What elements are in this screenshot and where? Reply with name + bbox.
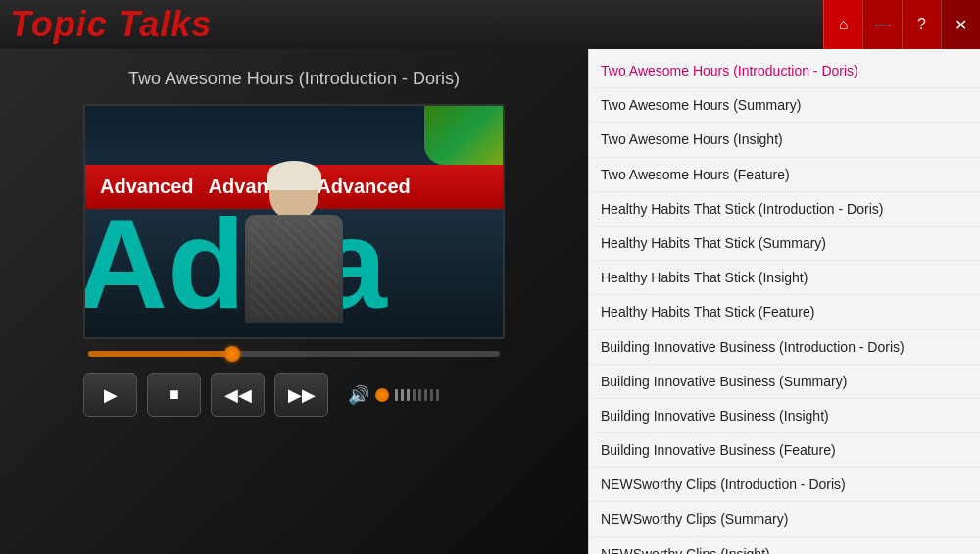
scrub-bar-track[interactable]: [88, 351, 500, 357]
window-controls: ⌂ — ? ✕: [823, 0, 980, 49]
help-icon: ?: [917, 16, 926, 33]
playlist-item[interactable]: Two Awesome Hours (Feature): [589, 158, 980, 192]
minimize-button[interactable]: —: [862, 0, 902, 49]
app-title: Topic Talks: [10, 4, 212, 45]
help-button[interactable]: ?: [902, 0, 941, 49]
volume-icon[interactable]: 🔊: [348, 384, 369, 406]
playlist-scroll[interactable]: Two Awesome Hours (Introduction - Doris)…: [589, 49, 980, 554]
scrub-bar-fill: [88, 351, 232, 357]
playlist-item[interactable]: Healthy Habits That Stick (Summary): [589, 227, 980, 261]
playlist-item[interactable]: NEWSworthy Clips (Summary): [589, 502, 980, 536]
person-pattern: [250, 220, 338, 318]
right-panel: Two Awesome Hours (Introduction - Doris)…: [588, 49, 980, 554]
playlist-item[interactable]: Building Innovative Business (Feature): [589, 433, 980, 468]
playlist-item[interactable]: NEWSworthy Clips (Insight): [589, 537, 980, 554]
scrub-handle[interactable]: [224, 346, 240, 362]
top-bar: Topic Talks ⌂ — ? ✕: [0, 0, 980, 49]
home-button[interactable]: ⌂: [823, 0, 862, 49]
home-icon: ⌂: [839, 16, 849, 33]
vol-tick-8: [436, 389, 439, 401]
volume-track: [395, 389, 439, 401]
volume-knob[interactable]: [375, 388, 389, 402]
video-title: Two Awesome Hours (Introduction - Doris): [128, 69, 460, 89]
playlist-item[interactable]: Building Innovative Business (Summary): [589, 365, 980, 399]
person-hair: [267, 161, 321, 190]
playlist-item[interactable]: Building Innovative Business (Insight): [589, 399, 980, 433]
video-green-decoration: [424, 106, 503, 165]
vol-tick-2: [401, 389, 404, 401]
playlist-item[interactable]: Healthy Habits That Stick (Introduction …: [589, 192, 980, 227]
play-button[interactable]: ▶: [83, 373, 137, 417]
playlist-item[interactable]: Two Awesome Hours (Summary): [589, 88, 980, 123]
stop-icon: ■: [169, 384, 179, 405]
main-content: Two Awesome Hours (Introduction - Doris)…: [0, 49, 980, 554]
title-area: Topic Talks: [0, 0, 823, 49]
stop-button[interactable]: ■: [147, 373, 201, 417]
playlist-item[interactable]: Two Awesome Hours (Introduction - Doris): [589, 54, 980, 88]
playlist-item[interactable]: Healthy Habits That Stick (Insight): [589, 261, 980, 295]
playlist-item[interactable]: Healthy Habits That Stick (Feature): [589, 295, 980, 329]
video-background: Advanced Advanced Advanced Adva: [85, 106, 503, 337]
person-head: [270, 166, 318, 220]
volume-area: 🔊: [348, 384, 439, 406]
forward-icon: ▶▶: [288, 384, 316, 406]
playlist-item[interactable]: Two Awesome Hours (Insight): [589, 123, 980, 157]
controls-row: ▶ ■ ◀◀ ▶▶ 🔊: [83, 373, 505, 417]
playlist-item[interactable]: NEWSworthy Clips (Introduction - Doris): [589, 468, 980, 502]
play-icon: ▶: [104, 384, 118, 406]
video-person: [235, 161, 353, 337]
vol-tick-7: [430, 389, 433, 401]
vol-tick-5: [418, 389, 421, 401]
scrub-bar-container[interactable]: [83, 351, 505, 357]
vol-tick-6: [424, 389, 427, 401]
left-panel: Two Awesome Hours (Introduction - Doris)…: [0, 49, 588, 554]
video-container[interactable]: Advanced Advanced Advanced Adva: [83, 104, 505, 339]
close-icon: ✕: [955, 16, 967, 34]
person-body: [245, 215, 343, 323]
rewind-icon: ◀◀: [224, 384, 252, 406]
minimize-icon: —: [875, 16, 891, 33]
fast-forward-button[interactable]: ▶▶: [274, 373, 328, 417]
vol-tick-4: [413, 389, 416, 401]
vol-tick-3: [407, 389, 410, 401]
playlist-item[interactable]: Building Innovative Business (Introducti…: [589, 330, 980, 365]
rewind-button[interactable]: ◀◀: [211, 373, 265, 417]
close-button[interactable]: ✕: [941, 0, 980, 49]
vol-tick-1: [395, 389, 398, 401]
